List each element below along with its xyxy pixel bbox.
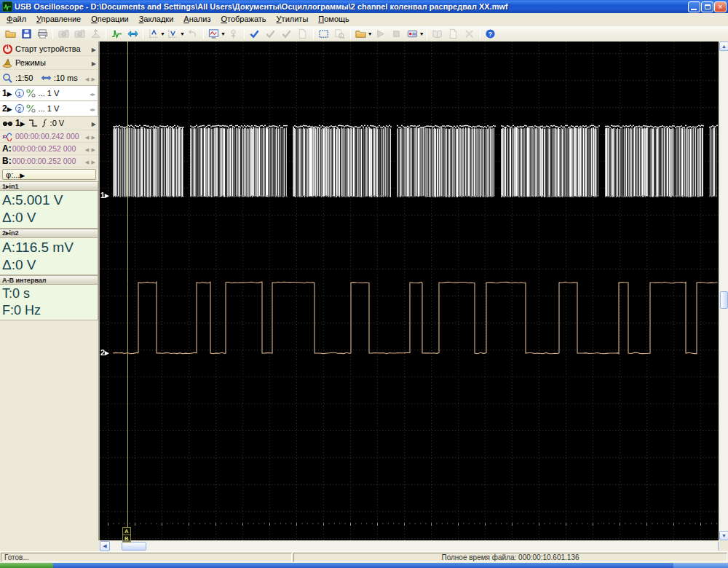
apply-button[interactable] <box>247 26 263 41</box>
status-bar: Готов... Полное время файла: 000:00:10.6… <box>0 551 728 563</box>
menu-bar: ФайлУправлениеОперацииЗакладкиАнализОтоб… <box>0 13 728 25</box>
menu-item-1[interactable]: Управление <box>31 14 86 24</box>
scope-view-button[interactable] <box>108 26 124 41</box>
play-button <box>373 26 389 41</box>
copy-selection-button <box>332 26 348 41</box>
close-button[interactable]: × <box>714 1 727 12</box>
control-sidebar: Старт устройства Режимы :1:50 :10 ms 1 1 <box>0 42 100 540</box>
spinner-icon[interactable] <box>85 157 96 165</box>
modes-button[interactable]: Режимы <box>0 56 98 70</box>
waveform-marker-icon <box>2 131 13 141</box>
horizontal-scrollbar[interactable]: ◀ ▶ <box>100 540 728 551</box>
panel-1-values: A:5.001 V Δ:0 V <box>0 191 98 229</box>
expand-arrow-icon[interactable] <box>92 58 96 67</box>
apply-all-button <box>263 26 279 41</box>
cursor-a-row[interactable]: A: 000:00:00.252 000 <box>0 143 98 155</box>
select-frame-button[interactable] <box>316 26 332 41</box>
interval-freq: F:0 Hz <box>2 302 95 319</box>
horizontal-scroll-thumb[interactable] <box>122 542 146 551</box>
trigger-settings[interactable]: 1 :0 V <box>0 117 98 130</box>
phase-button[interactable]: φ:... <box>2 169 96 180</box>
start-device-button[interactable]: Старт устройства <box>0 42 98 56</box>
expand-arrow-icon[interactable] <box>92 44 96 53</box>
toolbar-separator <box>106 28 106 39</box>
toolbar-separator <box>244 28 245 39</box>
pan-mode-button[interactable] <box>124 26 141 41</box>
spinner-icon[interactable] <box>90 104 95 113</box>
expand-arrow-icon[interactable] <box>92 119 96 127</box>
restore-button[interactable] <box>701 1 713 12</box>
display-mode-button-dropdown-icon[interactable]: ▼ <box>221 31 226 36</box>
scroll-left-icon[interactable]: ◀ <box>100 541 110 551</box>
arrow-icon <box>20 119 25 127</box>
toolbar-separator <box>52 28 53 39</box>
open-recent-button-dropdown-icon[interactable]: ▼ <box>368 31 373 36</box>
trigger-level-value: :0 V <box>50 119 65 127</box>
report-button <box>430 26 446 41</box>
spinner-icon[interactable] <box>85 132 96 141</box>
pin-button <box>226 26 242 41</box>
print-button[interactable] <box>34 26 50 41</box>
apply-doc-button <box>279 26 295 41</box>
spinner-icon[interactable] <box>85 144 96 153</box>
minimize-button[interactable] <box>688 1 700 12</box>
oscilloscope-display[interactable]: 1▸ 2▸ A B <box>100 42 719 540</box>
record-button-dropdown-icon[interactable]: ▼ <box>419 31 424 36</box>
zoom-in-button-dropdown-icon[interactable]: ▼ <box>160 31 165 36</box>
toolbar-separator <box>350 28 351 39</box>
scroll-up-icon[interactable]: ▲ <box>719 42 728 51</box>
interval-time: T:0 s <box>2 285 95 302</box>
title-bar: USB Oscilloscope - D:\Documents and Sett… <box>0 0 728 13</box>
zoom-out-button-dropdown-icon[interactable]: ▼ <box>180 31 185 36</box>
input-2-icon: 2 <box>15 104 24 113</box>
panel-2-values: A:116.5 mV Δ:0 V <box>0 238 98 276</box>
record-button[interactable] <box>405 26 421 41</box>
spinner-icon[interactable] <box>90 89 95 98</box>
trigger-channel: 1 <box>15 118 20 128</box>
export-button <box>87 26 103 41</box>
zoom-timebase-row[interactable]: :1:50 :10 ms <box>0 70 98 86</box>
stop-button <box>389 26 405 41</box>
input-1-icon: 1 <box>15 89 24 98</box>
menu-item-5[interactable]: Отображать <box>215 14 271 24</box>
channel-1-settings[interactable]: 1 1 ... 1 V <box>0 85 98 101</box>
cursor-a-time: 000:00:00.252 000 <box>12 144 76 153</box>
sync-glasses-icon <box>2 118 13 128</box>
channel-2-marker[interactable]: 2▸ <box>100 348 109 358</box>
open-button[interactable] <box>2 26 18 41</box>
scroll-down-icon[interactable]: ▼ <box>719 531 728 540</box>
zoom-out-button[interactable] <box>165 26 181 41</box>
cursor-b-flag[interactable]: B <box>122 535 131 543</box>
menu-item-0[interactable]: Файл <box>1 14 31 24</box>
toolbar-separator <box>143 28 143 39</box>
toolbar-separator <box>313 28 314 39</box>
channel-1-marker[interactable]: 1▸ <box>100 191 109 200</box>
help-button[interactable]: ? <box>483 26 499 41</box>
vertical-scroll-thumb[interactable] <box>720 291 728 309</box>
ch2-amplitude: A:116.5 mV <box>2 239 95 256</box>
channel-1-number: 1 <box>2 88 7 98</box>
zoom-in-button[interactable] <box>146 26 162 41</box>
vertical-scrollbar[interactable]: ▲ ▼ <box>719 42 728 540</box>
display-mode-button[interactable] <box>206 26 222 41</box>
channel-2-settings[interactable]: 2 2 ... 1 V <box>0 100 98 117</box>
panel-3-values: T:0 s F:0 Hz <box>0 285 98 320</box>
open-recent-button[interactable] <box>353 26 369 41</box>
save-button[interactable] <box>18 26 34 41</box>
start-button[interactable] <box>0 563 53 568</box>
marker-time-row[interactable]: 000:00:00.242 000 <box>0 130 98 143</box>
spinner-icon[interactable] <box>85 74 96 82</box>
menu-item-7[interactable]: Помощь <box>313 14 355 24</box>
windows-taskbar[interactable] <box>0 563 728 568</box>
channel-1-scale: ... 1 V <box>39 89 60 98</box>
menu-item-3[interactable]: Закладки <box>134 14 179 24</box>
toolbar-separator <box>480 28 480 39</box>
menu-item-4[interactable]: Анализ <box>178 14 215 24</box>
waveform-canvas[interactable] <box>100 42 719 540</box>
menu-item-2[interactable]: Операции <box>86 14 133 24</box>
window-title: USB Oscilloscope - D:\Documents and Sett… <box>15 2 685 11</box>
cursor-b-row[interactable]: B: 000:00:00.252 000 <box>0 155 98 167</box>
menu-item-6[interactable]: Утилиты <box>272 14 314 24</box>
falling-edge-icon <box>28 118 39 128</box>
delete-button <box>462 26 478 41</box>
